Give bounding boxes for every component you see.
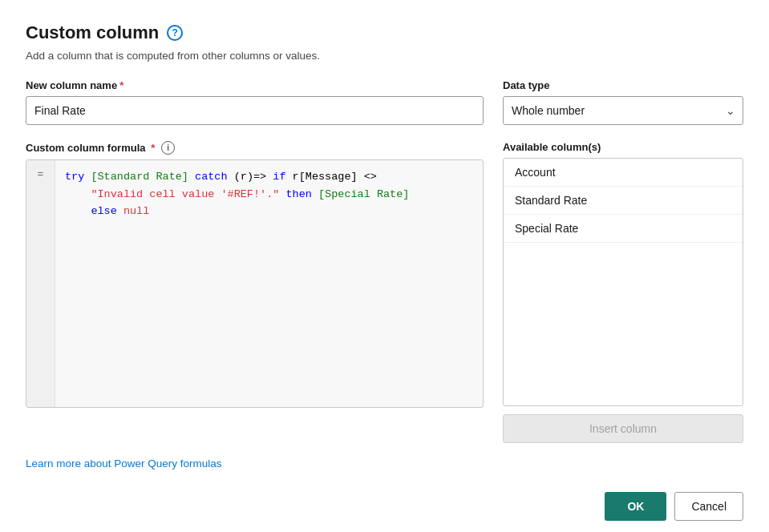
list-item[interactable]: Special Rate — [504, 215, 743, 243]
data-type-label: Data type — [503, 79, 743, 91]
title-row: Custom column ? — [26, 22, 743, 43]
dialog-subtitle: Add a column that is computed from other… — [26, 50, 743, 62]
data-type-select-wrapper: Whole number ⌄ — [503, 96, 743, 125]
available-columns-label: Available column(s) — [503, 141, 743, 153]
custom-column-dialog: Custom column ? Add a column that is com… — [0, 0, 769, 532]
formula-label: Custom column formula * — [26, 142, 155, 154]
dialog-title: Custom column — [26, 22, 159, 43]
dialog-footer: OK Cancel — [26, 492, 743, 521]
cancel-button[interactable]: Cancel — [674, 492, 743, 521]
column-name-label: New column name* — [26, 79, 484, 91]
available-columns-group: Available column(s) AccountStandard Rate… — [503, 141, 743, 443]
learn-more-link[interactable]: Learn more about Power Query formulas — [26, 457, 222, 470]
insert-column-button[interactable]: Insert column — [503, 414, 743, 443]
list-item[interactable]: Standard Rate — [504, 187, 743, 215]
data-type-select[interactable]: Whole number — [503, 96, 743, 125]
ok-button[interactable]: OK — [605, 492, 666, 521]
help-icon[interactable]: ? — [167, 25, 183, 41]
formula-gutter: = — [26, 160, 55, 407]
formula-row: Custom column formula * i = try [Standar… — [26, 141, 743, 443]
formula-editor[interactable]: = try [Standard Rate] catch (r)=> if r[M… — [26, 159, 484, 408]
column-name-group: New column name* — [26, 79, 484, 125]
formula-content[interactable]: try [Standard Rate] catch (r)=> if r[Mes… — [55, 160, 483, 407]
formula-group: Custom column formula * i = try [Standar… — [26, 141, 484, 443]
data-type-group: Data type Whole number ⌄ — [503, 79, 743, 125]
list-item[interactable]: Account — [504, 159, 743, 187]
top-form-row: New column name* Data type Whole number … — [26, 79, 743, 125]
formula-label-row: Custom column formula * i — [26, 141, 484, 155]
column-name-input[interactable] — [26, 96, 484, 125]
columns-list: AccountStandard RateSpecial Rate — [503, 158, 743, 406]
info-icon[interactable]: i — [161, 141, 175, 155]
